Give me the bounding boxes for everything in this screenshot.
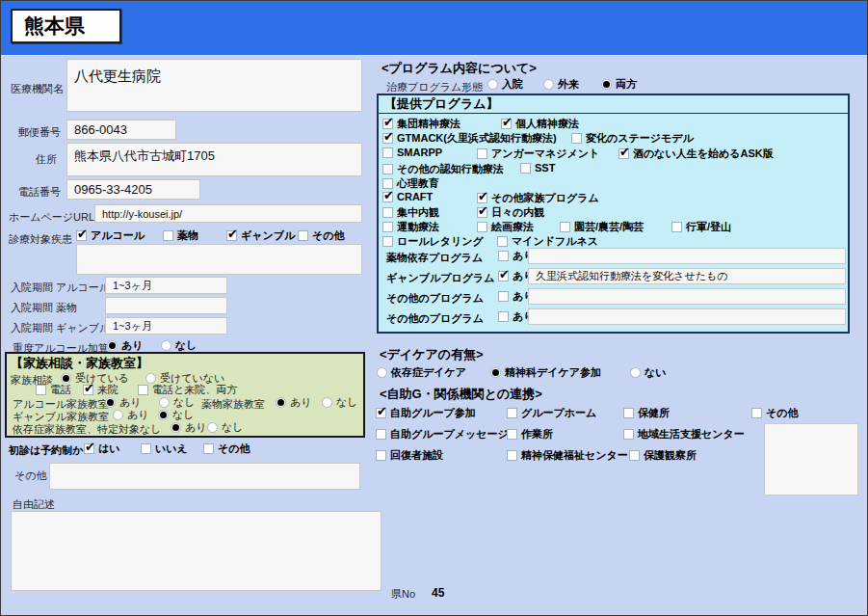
address-label: 住所	[36, 152, 57, 167]
disease-gambling[interactable]: ギャンブル	[226, 228, 295, 243]
program-exercise-therapy[interactable]: 運動療法	[382, 220, 439, 234]
coop-other[interactable]: その他	[751, 406, 799, 420]
family-nospecific-no[interactable]: なし	[207, 420, 244, 435]
program-other-cbt[interactable]: その他の認知行動療法	[382, 162, 504, 176]
family-drug-class-no[interactable]: なし	[322, 395, 358, 410]
program-sst[interactable]: SST	[520, 162, 555, 174]
daycare-psychiatric[interactable]: 精神科デイケア参加	[490, 365, 601, 380]
program-other-family[interactable]: その他家族プログラム	[477, 191, 599, 205]
program-smarpp[interactable]: SMARPP	[382, 147, 442, 158]
radio-icon	[377, 367, 387, 378]
url-field[interactable]: http://y-kousei.jp/	[94, 204, 362, 223]
family-nospecific-label: 依存症家族教室、特定対象なし	[13, 422, 162, 437]
checkbox-icon	[507, 450, 517, 461]
program-individual-psychotherapy[interactable]: 個人精神療法	[501, 117, 579, 131]
program-role-lettering[interactable]: ロールレタリング	[382, 234, 484, 249]
checkbox-icon	[498, 251, 509, 261]
checkbox-icon	[36, 385, 46, 395]
severe-alcohol-no[interactable]: なし	[161, 338, 197, 353]
program-intensive-naikan[interactable]: 集中内観	[382, 205, 439, 220]
stay-alcohol-field[interactable]: 1~3ヶ月	[105, 277, 227, 294]
program-mindfulness[interactable]: マインドフルネス	[497, 234, 598, 249]
disease-note-field[interactable]	[76, 244, 362, 275]
family-nospecific-yes[interactable]: あり	[171, 420, 207, 435]
radio-icon	[171, 422, 181, 433]
checkbox-icon	[382, 222, 393, 232]
radio-icon	[207, 422, 218, 433]
checkbox-icon	[498, 311, 509, 322]
daycare-none[interactable]: ない	[630, 365, 667, 380]
program-group-psychotherapy[interactable]: 集団精神療法	[382, 117, 460, 131]
coop-health-center[interactable]: 保健所	[623, 406, 670, 420]
stay-gambling-field[interactable]: 1~3ヶ月	[105, 317, 227, 335]
family-gambling-class-yes[interactable]: あり	[113, 408, 149, 422]
coop-community-support-center[interactable]: 地域生活支援センター	[623, 427, 745, 442]
other-program1-label: その他のプログラム	[386, 291, 484, 306]
other-program1-field[interactable]	[528, 288, 846, 305]
coop-group-home[interactable]: グループホーム	[507, 406, 596, 420]
disease-alcohol[interactable]: アルコール	[76, 228, 145, 243]
drug-program-field[interactable]	[528, 248, 846, 264]
checkbox-icon	[382, 119, 393, 129]
radio-icon	[105, 397, 116, 408]
program-section-title: <プログラム内容について>	[381, 60, 537, 77]
family-drug-class-yes[interactable]: あり	[276, 395, 312, 410]
checkbox-icon	[623, 429, 634, 440]
postal-field[interactable]: 866-0043	[66, 120, 176, 140]
disease-other[interactable]: その他	[298, 228, 345, 243]
family-section-title: 【家族相談・家族教室】	[11, 355, 148, 372]
program-craft[interactable]: CRAFT	[382, 191, 433, 202]
checkbox-icon	[382, 192, 393, 202]
program-ask-version[interactable]: 酒のない人生を始めるASK版	[618, 147, 774, 161]
first-visit-other[interactable]: その他	[203, 442, 250, 456]
program-horticulture[interactable]: 園芸/農芸/陶芸	[560, 220, 644, 234]
free-text-area[interactable]	[11, 511, 381, 591]
checkbox-icon	[477, 222, 487, 232]
radio-icon	[159, 397, 170, 408]
coop-self-help-message[interactable]: 自助グループメッセージ	[376, 427, 509, 442]
disease-label: 診療対象疾患	[9, 232, 72, 247]
gambling-program-label: ギャンブルプログラム	[386, 271, 495, 285]
severe-alcohol-yes[interactable]: あり	[107, 338, 144, 353]
coop-note-field[interactable]	[764, 423, 858, 495]
program-art-therapy[interactable]: 絵画療法	[477, 220, 534, 234]
checkbox-icon	[298, 230, 308, 241]
treatment-form-outpatient[interactable]: 外来	[543, 77, 579, 92]
coop-mental-health-welfare-center[interactable]: 精神保健福祉センター	[507, 448, 628, 463]
coop-probation-office[interactable]: 保護観察所	[629, 448, 697, 463]
address-field[interactable]: 熊本県八代市古城町1705	[66, 143, 362, 176]
prefecture-name: 熊本県	[24, 13, 85, 40]
stay-drug-label: 入院期間 薬物	[11, 301, 77, 315]
coop-self-help-group[interactable]: 自助グループ参加	[376, 406, 476, 420]
pref-no-label: 県No	[391, 587, 415, 602]
checkbox-icon	[382, 133, 393, 144]
radio-icon	[113, 410, 123, 420]
stay-drug-field[interactable]	[105, 297, 227, 314]
program-gtmack[interactable]: GTMACK(久里浜式認知行動療法)	[382, 131, 557, 146]
first-visit-no[interactable]: いいえ	[141, 442, 188, 456]
treatment-form-inpatient[interactable]: 入院	[487, 77, 523, 92]
program-anger-management[interactable]: アンガーマネジメント	[477, 147, 599, 161]
checkbox-icon	[477, 207, 487, 218]
family-mode-phone[interactable]: 電話	[36, 383, 71, 397]
coop-workshop[interactable]: 作業所	[507, 427, 553, 442]
other-program2-field[interactable]	[528, 308, 846, 325]
program-stage-of-change[interactable]: 変化のステージモデル	[571, 131, 694, 146]
program-hiking[interactable]: 行軍/登山	[671, 220, 731, 234]
daycare-section-title: <デイケアの有無>	[380, 346, 484, 363]
coop-recovery-facility[interactable]: 回復者施設	[376, 448, 443, 463]
checkbox-icon	[501, 119, 512, 129]
checkbox-icon	[751, 408, 762, 418]
first-visit-yes[interactable]: はい	[84, 442, 120, 456]
other-field[interactable]	[49, 463, 360, 490]
treatment-form-both[interactable]: 両方	[601, 77, 637, 92]
gambling-program-field[interactable]: 久里浜式認知行動療法を変化させたもの	[528, 268, 846, 284]
org-field[interactable]: 八代更生病院	[66, 59, 362, 112]
phone-field[interactable]: 0965-33-4205	[66, 179, 200, 200]
daycare-addiction[interactable]: 依存症デイケア	[377, 365, 466, 380]
header-banner: 熊本県	[1, 1, 867, 56]
checkbox-icon	[629, 450, 640, 461]
disease-drug[interactable]: 薬物	[163, 228, 198, 243]
radio-icon	[276, 397, 286, 408]
program-daily-naikan[interactable]: 日々の内観	[477, 205, 544, 220]
